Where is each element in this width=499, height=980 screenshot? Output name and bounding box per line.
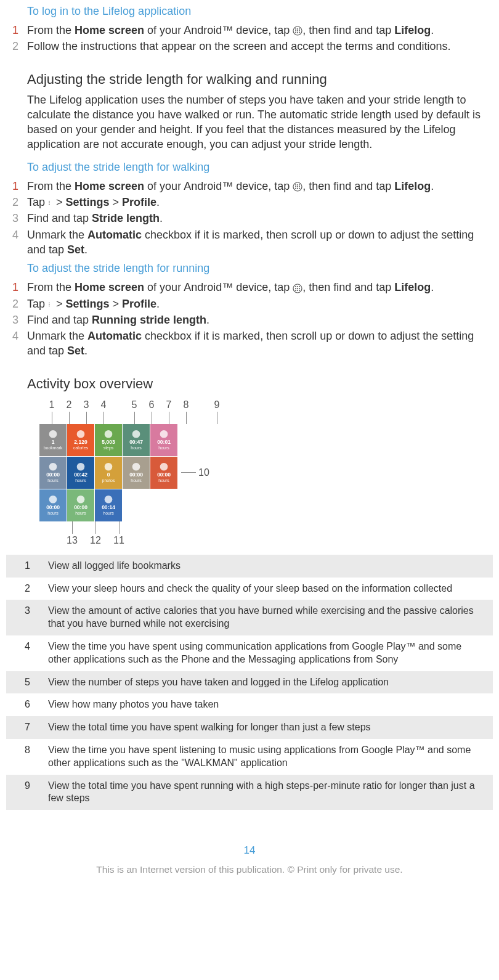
subheading-stride: Adjusting the stride length for walking … bbox=[27, 71, 493, 88]
step: 4 Unmark the Automatic checkbox if it is… bbox=[6, 329, 493, 359]
svg-point-3 bbox=[299, 28, 300, 30]
svg-point-1 bbox=[295, 28, 296, 30]
annotation-lines-bottom bbox=[63, 521, 493, 534]
svg-point-28 bbox=[297, 288, 298, 289]
section-title: To adjust the stride length for walking bbox=[27, 161, 493, 174]
activity-tile: 1bookmark bbox=[39, 424, 67, 456]
legend-number: 2 bbox=[6, 578, 39, 600]
svg-point-11 bbox=[295, 184, 296, 186]
section-title: To adjust the stride length for running bbox=[27, 262, 493, 275]
activity-tile: 00:00hours bbox=[39, 489, 67, 521]
page-number: 14 bbox=[6, 844, 493, 857]
step-number: 1 bbox=[6, 23, 27, 38]
svg-point-34 bbox=[49, 304, 49, 304]
svg-point-33 bbox=[49, 303, 49, 303]
legend-number: 3 bbox=[6, 600, 39, 635]
svg-point-4 bbox=[295, 30, 296, 31]
activity-tile: 00:42hours bbox=[67, 457, 94, 489]
step-text: From the Home screen of your Android™ de… bbox=[27, 179, 493, 194]
steps-walking: 1 From the Home screen of your Android™ … bbox=[6, 179, 493, 257]
svg-point-6 bbox=[299, 30, 300, 31]
svg-point-24 bbox=[295, 286, 296, 287]
step-number: 4 bbox=[6, 227, 27, 258]
legend-number: 6 bbox=[6, 693, 39, 716]
legend-text: View the time you have spent using commu… bbox=[39, 635, 493, 671]
svg-point-27 bbox=[295, 288, 296, 289]
legend-row: 2View your sleep hours and check the qua… bbox=[6, 578, 493, 600]
step-text: Unmark the Automatic checkbox if it is m… bbox=[27, 329, 493, 359]
step-number: 4 bbox=[6, 329, 27, 359]
svg-point-19 bbox=[299, 188, 300, 189]
svg-point-14 bbox=[295, 186, 296, 187]
step-number: 1 bbox=[6, 179, 27, 194]
activity-tile: 00:00hours bbox=[67, 489, 94, 521]
footer-text: This is an Internet version of this publ… bbox=[6, 864, 493, 875]
step-number: 2 bbox=[6, 39, 27, 54]
legend-number: 8 bbox=[6, 739, 39, 775]
legend-number: 1 bbox=[6, 555, 39, 578]
activity-tile: 5,003steps bbox=[95, 424, 122, 456]
legend-text: View the time you have spent listening t… bbox=[39, 739, 493, 775]
step-number: 2 bbox=[6, 195, 27, 210]
svg-point-5 bbox=[297, 30, 298, 31]
legend-row: 5View the number of steps you have taken… bbox=[6, 671, 493, 694]
activity-tile: 00:14hours bbox=[95, 489, 122, 521]
subheading-activity: Activity box overview bbox=[27, 376, 493, 392]
svg-point-16 bbox=[299, 186, 300, 187]
activity-tile: 0photos bbox=[95, 457, 122, 489]
step-text: Unmark the Automatic checkbox if it is m… bbox=[27, 227, 493, 258]
steps-running: 1 From the Home screen of your Android™ … bbox=[6, 280, 493, 358]
svg-point-17 bbox=[295, 188, 296, 189]
annotation-top: 1 2 3 4 5 6 7 8 9 bbox=[46, 399, 493, 410]
legend-text: View your sleep hours and check the qual… bbox=[39, 578, 493, 600]
apps-grid-icon bbox=[293, 26, 302, 36]
svg-point-15 bbox=[297, 186, 298, 187]
paragraph: The Lifelog application uses the number … bbox=[27, 92, 493, 152]
svg-point-7 bbox=[295, 32, 296, 33]
step-text: From the Home screen of your Android™ de… bbox=[27, 23, 493, 38]
step: 3 Find and tap Stride length. bbox=[6, 211, 493, 226]
step-number: 3 bbox=[6, 312, 27, 327]
activity-tile: 00:01hours bbox=[150, 424, 177, 456]
annotation-lines-top bbox=[46, 412, 493, 424]
svg-point-12 bbox=[297, 184, 298, 186]
legend-row: 6View how many photos you have taken bbox=[6, 693, 493, 716]
overflow-menu-icon bbox=[48, 198, 53, 208]
step: 3 Find and tap Running stride length. bbox=[6, 312, 493, 327]
legend-number: 4 bbox=[6, 635, 39, 671]
legend-text: View the total time you have spent walki… bbox=[39, 716, 493, 739]
legend-text: View the amount of active calories that … bbox=[39, 600, 493, 635]
legend-number: 5 bbox=[6, 671, 39, 694]
svg-point-30 bbox=[295, 290, 296, 291]
annotation-bottom: 13 12 11 bbox=[63, 535, 493, 546]
legend-text: View how many photos you have taken bbox=[39, 693, 493, 716]
step: 2 Tap > Settings > Profile. bbox=[6, 296, 493, 311]
annotation-side: 10 bbox=[181, 467, 209, 478]
activity-tile: 00:47hours bbox=[123, 424, 150, 456]
step-text: Follow the instructions that appear on t… bbox=[27, 39, 493, 54]
legend-row: 3View the amount of active calories that… bbox=[6, 600, 493, 635]
step: 2 Tap > Settings > Profile. bbox=[6, 195, 493, 210]
step: 1 From the Home screen of your Android™ … bbox=[6, 280, 493, 295]
step-number: 3 bbox=[6, 211, 27, 226]
step-text: Tap > Settings > Profile. bbox=[27, 296, 493, 311]
overflow-menu-icon bbox=[48, 300, 53, 309]
legend-text: View the total time you have spent runni… bbox=[39, 775, 493, 811]
svg-point-31 bbox=[297, 290, 298, 291]
svg-point-21 bbox=[49, 203, 49, 203]
legend-row: 9View the total time you have spent runn… bbox=[6, 775, 493, 811]
legend-table: 1View all logged life bookmarks2View you… bbox=[6, 555, 493, 810]
activity-tile: 00:00hours bbox=[150, 457, 177, 489]
svg-point-18 bbox=[297, 188, 298, 189]
svg-point-29 bbox=[299, 288, 300, 289]
step-text: Find and tap Stride length. bbox=[27, 211, 493, 226]
step: 2 Follow the instructions that appear on… bbox=[6, 39, 493, 54]
activity-tile: 2,120calories bbox=[67, 424, 94, 456]
svg-point-13 bbox=[299, 184, 300, 186]
step-number: 2 bbox=[6, 296, 27, 311]
steps-login: 1 From the Home screen of your Android™ … bbox=[6, 23, 493, 54]
svg-point-2 bbox=[297, 28, 298, 30]
step: 1 From the Home screen of your Android™ … bbox=[6, 23, 493, 38]
legend-row: 8View the time you have spent listening … bbox=[6, 739, 493, 775]
svg-point-26 bbox=[299, 286, 300, 287]
